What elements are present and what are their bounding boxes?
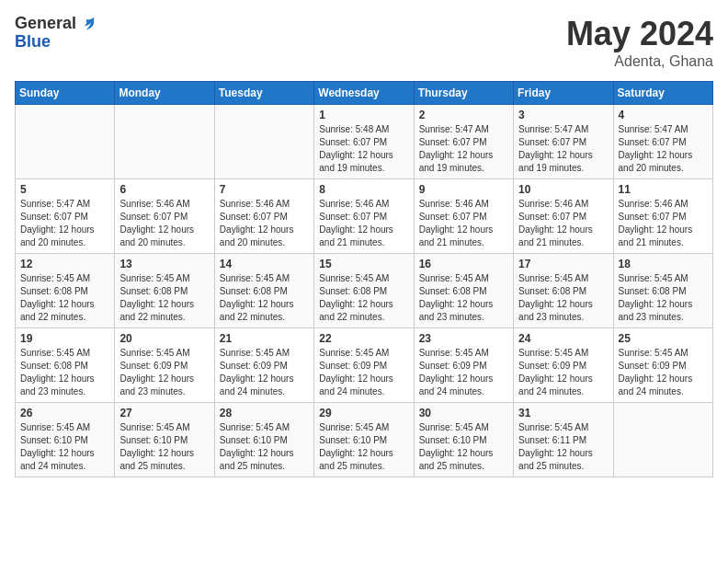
calendar-cell: 14Sunrise: 5:45 AM Sunset: 6:08 PM Dayli… <box>214 254 313 328</box>
month-year-title: May 2024 <box>566 15 713 53</box>
calendar-week-4: 19Sunrise: 5:45 AM Sunset: 6:08 PM Dayli… <box>16 328 713 403</box>
day-info: Sunrise: 5:47 AM Sunset: 6:07 PM Dayligh… <box>20 198 109 249</box>
calendar-cell <box>214 105 313 179</box>
calendar-cell: 13Sunrise: 5:45 AM Sunset: 6:08 PM Dayli… <box>115 254 214 328</box>
day-info: Sunrise: 5:45 AM Sunset: 6:09 PM Dayligh… <box>220 347 309 398</box>
day-number: 6 <box>119 183 209 196</box>
page-header: General Blue May 2024 Adenta, Ghana <box>15 15 713 70</box>
day-info: Sunrise: 5:46 AM Sunset: 6:07 PM Dayligh… <box>119 198 209 249</box>
day-number: 25 <box>619 332 708 345</box>
calendar-cell: 20Sunrise: 5:45 AM Sunset: 6:09 PM Dayli… <box>115 328 214 403</box>
day-info: Sunrise: 5:45 AM Sunset: 6:09 PM Dayligh… <box>619 347 708 398</box>
day-info: Sunrise: 5:46 AM Sunset: 6:07 PM Dayligh… <box>518 198 608 249</box>
day-info: Sunrise: 5:45 AM Sunset: 6:10 PM Dayligh… <box>319 421 408 473</box>
calendar-week-5: 26Sunrise: 5:45 AM Sunset: 6:10 PM Dayli… <box>16 403 713 477</box>
day-number: 16 <box>419 258 508 270</box>
day-number: 2 <box>419 109 508 121</box>
header-day-wednesday: Wednesday <box>314 82 414 105</box>
day-info: Sunrise: 5:45 AM Sunset: 6:08 PM Dayligh… <box>518 272 608 324</box>
calendar-cell: 27Sunrise: 5:45 AM Sunset: 6:10 PM Dayli… <box>115 403 214 477</box>
day-number: 18 <box>619 258 708 270</box>
logo-blue-text: Blue <box>15 33 97 52</box>
day-info: Sunrise: 5:45 AM Sunset: 6:08 PM Dayligh… <box>220 272 309 324</box>
day-info: Sunrise: 5:45 AM Sunset: 6:08 PM Dayligh… <box>119 272 209 324</box>
day-number: 19 <box>20 332 109 345</box>
calendar-cell: 3Sunrise: 5:47 AM Sunset: 6:07 PM Daylig… <box>514 105 613 179</box>
header-day-thursday: Thursday <box>414 82 513 105</box>
day-number: 30 <box>419 407 508 419</box>
header-day-tuesday: Tuesday <box>214 82 313 105</box>
day-number: 15 <box>319 258 408 270</box>
day-number: 5 <box>20 183 109 196</box>
day-info: Sunrise: 5:47 AM Sunset: 6:07 PM Dayligh… <box>419 123 508 175</box>
day-number: 13 <box>119 258 209 270</box>
calendar-cell: 4Sunrise: 5:47 AM Sunset: 6:07 PM Daylig… <box>613 105 712 179</box>
day-info: Sunrise: 5:45 AM Sunset: 6:09 PM Dayligh… <box>419 347 508 398</box>
calendar-header-row: SundayMondayTuesdayWednesdayThursdayFrid… <box>16 82 713 105</box>
logo: General Blue <box>15 15 97 52</box>
calendar-table: SundayMondayTuesdayWednesdayThursdayFrid… <box>15 81 713 477</box>
day-info: Sunrise: 5:45 AM Sunset: 6:09 PM Dayligh… <box>518 347 608 398</box>
day-number: 17 <box>518 258 608 270</box>
day-info: Sunrise: 5:45 AM Sunset: 6:08 PM Dayligh… <box>20 347 109 398</box>
location-subtitle: Adenta, Ghana <box>566 53 713 70</box>
day-info: Sunrise: 5:46 AM Sunset: 6:07 PM Dayligh… <box>319 198 408 249</box>
calendar-week-1: 1Sunrise: 5:48 AM Sunset: 6:07 PM Daylig… <box>16 105 713 179</box>
day-number: 21 <box>220 332 309 345</box>
day-number: 12 <box>20 258 109 270</box>
day-number: 28 <box>220 407 309 419</box>
day-number: 31 <box>518 407 608 419</box>
calendar-cell: 18Sunrise: 5:45 AM Sunset: 6:08 PM Dayli… <box>613 254 712 328</box>
logo-bird-icon <box>78 15 97 33</box>
header-day-monday: Monday <box>115 82 214 105</box>
day-number: 9 <box>419 183 508 196</box>
calendar-cell: 21Sunrise: 5:45 AM Sunset: 6:09 PM Dayli… <box>214 328 313 403</box>
day-info: Sunrise: 5:45 AM Sunset: 6:08 PM Dayligh… <box>319 272 408 324</box>
day-number: 14 <box>220 258 309 270</box>
day-info: Sunrise: 5:48 AM Sunset: 6:07 PM Dayligh… <box>319 123 408 175</box>
day-number: 22 <box>319 332 408 345</box>
day-info: Sunrise: 5:45 AM Sunset: 6:09 PM Dayligh… <box>319 347 408 398</box>
day-info: Sunrise: 5:45 AM Sunset: 6:08 PM Dayligh… <box>20 272 109 324</box>
logo-general-text: General <box>15 15 76 33</box>
day-info: Sunrise: 5:45 AM Sunset: 6:10 PM Dayligh… <box>419 421 508 473</box>
calendar-cell: 28Sunrise: 5:45 AM Sunset: 6:10 PM Dayli… <box>214 403 313 477</box>
calendar-cell: 23Sunrise: 5:45 AM Sunset: 6:09 PM Dayli… <box>414 328 513 403</box>
calendar-cell: 17Sunrise: 5:45 AM Sunset: 6:08 PM Dayli… <box>514 254 613 328</box>
calendar-cell: 11Sunrise: 5:46 AM Sunset: 6:07 PM Dayli… <box>613 179 712 254</box>
calendar-cell: 2Sunrise: 5:47 AM Sunset: 6:07 PM Daylig… <box>414 105 513 179</box>
calendar-cell: 24Sunrise: 5:45 AM Sunset: 6:09 PM Dayli… <box>514 328 613 403</box>
calendar-cell: 31Sunrise: 5:45 AM Sunset: 6:11 PM Dayli… <box>514 403 613 477</box>
day-info: Sunrise: 5:45 AM Sunset: 6:09 PM Dayligh… <box>119 347 209 398</box>
calendar-cell: 7Sunrise: 5:46 AM Sunset: 6:07 PM Daylig… <box>214 179 313 254</box>
day-number: 27 <box>119 407 209 419</box>
calendar-cell: 10Sunrise: 5:46 AM Sunset: 6:07 PM Dayli… <box>514 179 613 254</box>
day-number: 3 <box>518 109 608 121</box>
calendar-cell: 12Sunrise: 5:45 AM Sunset: 6:08 PM Dayli… <box>16 254 115 328</box>
day-number: 26 <box>20 407 109 419</box>
day-number: 23 <box>419 332 508 345</box>
calendar-cell: 19Sunrise: 5:45 AM Sunset: 6:08 PM Dayli… <box>16 328 115 403</box>
calendar-cell: 22Sunrise: 5:45 AM Sunset: 6:09 PM Dayli… <box>314 328 414 403</box>
day-info: Sunrise: 5:47 AM Sunset: 6:07 PM Dayligh… <box>619 123 708 175</box>
day-info: Sunrise: 5:46 AM Sunset: 6:07 PM Dayligh… <box>419 198 508 249</box>
day-number: 20 <box>119 332 209 345</box>
day-number: 4 <box>619 109 708 121</box>
day-number: 29 <box>319 407 408 419</box>
day-info: Sunrise: 5:45 AM Sunset: 6:10 PM Dayligh… <box>119 421 209 473</box>
day-number: 8 <box>319 183 408 196</box>
day-info: Sunrise: 5:47 AM Sunset: 6:07 PM Dayligh… <box>518 123 608 175</box>
calendar-cell: 15Sunrise: 5:45 AM Sunset: 6:08 PM Dayli… <box>314 254 414 328</box>
day-info: Sunrise: 5:45 AM Sunset: 6:10 PM Dayligh… <box>220 421 309 473</box>
calendar-cell: 9Sunrise: 5:46 AM Sunset: 6:07 PM Daylig… <box>414 179 513 254</box>
calendar-cell: 16Sunrise: 5:45 AM Sunset: 6:08 PM Dayli… <box>414 254 513 328</box>
calendar-cell: 1Sunrise: 5:48 AM Sunset: 6:07 PM Daylig… <box>314 105 414 179</box>
calendar-cell: 5Sunrise: 5:47 AM Sunset: 6:07 PM Daylig… <box>16 179 115 254</box>
calendar-cell <box>115 105 214 179</box>
day-number: 1 <box>319 109 408 121</box>
header-day-sunday: Sunday <box>16 82 115 105</box>
day-info: Sunrise: 5:46 AM Sunset: 6:07 PM Dayligh… <box>220 198 309 249</box>
calendar-week-3: 12Sunrise: 5:45 AM Sunset: 6:08 PM Dayli… <box>16 254 713 328</box>
day-info: Sunrise: 5:46 AM Sunset: 6:07 PM Dayligh… <box>619 198 708 249</box>
calendar-week-2: 5Sunrise: 5:47 AM Sunset: 6:07 PM Daylig… <box>16 179 713 254</box>
